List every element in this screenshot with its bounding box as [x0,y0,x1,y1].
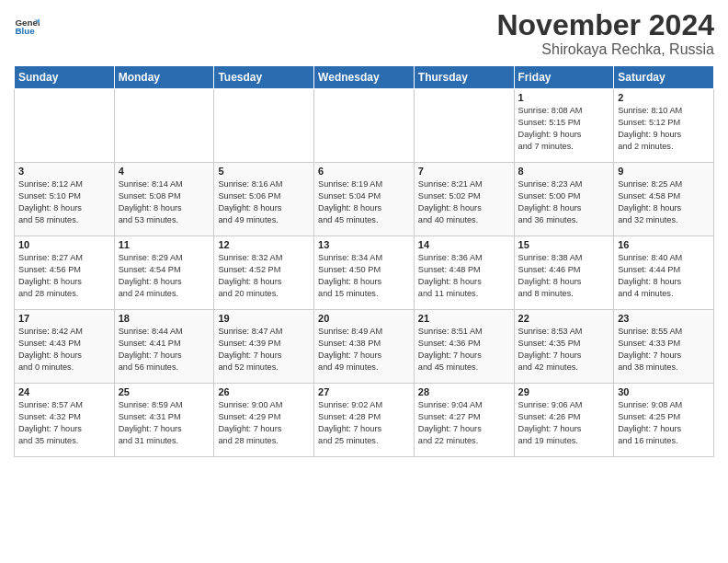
day-info: Sunrise: 8:47 AM Sunset: 4:39 PM Dayligh… [218,326,310,373]
day-number: 26 [218,386,310,397]
calendar-cell: 1Sunrise: 8:08 AM Sunset: 5:15 PM Daylig… [514,89,614,163]
calendar-cell: 20Sunrise: 8:49 AM Sunset: 4:38 PM Dayli… [314,310,415,384]
day-info: Sunrise: 9:06 AM Sunset: 4:26 PM Dayligh… [518,399,610,447]
day-number: 7 [418,166,510,177]
day-info: Sunrise: 9:02 AM Sunset: 4:28 PM Dayligh… [318,399,410,447]
day-number: 25 [119,386,210,397]
day-info: Sunrise: 8:36 AM Sunset: 4:48 PM Dayligh… [418,252,510,300]
day-number: 11 [119,239,210,250]
day-info: Sunrise: 9:04 AM Sunset: 4:27 PM Dayligh… [418,399,510,447]
day-number: 2 [618,92,710,103]
day-number: 5 [218,166,310,177]
day-number: 6 [318,166,410,177]
calendar-cell: 11Sunrise: 8:29 AM Sunset: 4:54 PM Dayli… [114,236,214,310]
day-info: Sunrise: 9:00 AM Sunset: 4:29 PM Dayligh… [218,399,310,447]
day-number: 17 [18,313,110,324]
calendar-cell: 2Sunrise: 8:10 AM Sunset: 5:12 PM Daylig… [614,89,714,163]
calendar-cell: 21Sunrise: 8:51 AM Sunset: 4:36 PM Dayli… [414,310,514,384]
calendar-body: 1Sunrise: 8:08 AM Sunset: 5:15 PM Daylig… [15,89,714,457]
day-number: 22 [518,313,610,324]
day-number: 21 [418,313,510,324]
day-number: 13 [318,239,410,250]
calendar-cell: 19Sunrise: 8:47 AM Sunset: 4:39 PM Dayli… [214,310,314,384]
page-title: November 2024 [496,9,714,41]
day-number: 3 [18,166,110,177]
day-number: 27 [318,386,410,397]
day-of-week-header: Friday [514,66,614,89]
day-number: 29 [518,386,610,397]
day-info: Sunrise: 8:53 AM Sunset: 4:35 PM Dayligh… [518,326,610,373]
day-number: 28 [418,386,510,397]
day-number: 14 [418,239,510,250]
day-info: Sunrise: 9:08 AM Sunset: 4:25 PM Dayligh… [618,399,710,447]
day-info: Sunrise: 8:51 AM Sunset: 4:36 PM Dayligh… [418,326,510,373]
calendar-cell [114,89,214,163]
day-of-week-header: Tuesday [214,66,314,89]
day-number: 30 [618,386,710,397]
calendar-week-row: 17Sunrise: 8:42 AM Sunset: 4:43 PM Dayli… [15,310,714,384]
calendar-cell: 15Sunrise: 8:38 AM Sunset: 4:46 PM Dayli… [514,236,614,310]
calendar-cell: 27Sunrise: 9:02 AM Sunset: 4:28 PM Dayli… [314,384,415,457]
calendar-header: SundayMondayTuesdayWednesdayThursdayFrid… [15,66,714,89]
calendar-week-row: 3Sunrise: 8:12 AM Sunset: 5:10 PM Daylig… [15,163,714,236]
day-number: 19 [218,313,310,324]
calendar-cell: 17Sunrise: 8:42 AM Sunset: 4:43 PM Dayli… [15,310,115,384]
page-subtitle: Shirokaya Rechka, Russia [496,41,714,58]
calendar-cell: 23Sunrise: 8:55 AM Sunset: 4:33 PM Dayli… [614,310,714,384]
day-number: 1 [518,92,610,103]
title-block: November 2024 Shirokaya Rechka, Russia [496,9,714,58]
day-number: 10 [18,239,110,250]
day-info: Sunrise: 8:34 AM Sunset: 4:50 PM Dayligh… [318,252,410,300]
day-info: Sunrise: 8:08 AM Sunset: 5:15 PM Dayligh… [518,105,610,153]
day-number: 24 [18,386,110,397]
day-number: 12 [218,239,310,250]
calendar-week-row: 10Sunrise: 8:27 AM Sunset: 4:56 PM Dayli… [15,236,714,310]
day-info: Sunrise: 8:10 AM Sunset: 5:12 PM Dayligh… [618,105,710,153]
calendar-cell [15,89,115,163]
calendar-cell: 28Sunrise: 9:04 AM Sunset: 4:27 PM Dayli… [414,384,514,457]
day-info: Sunrise: 8:49 AM Sunset: 4:38 PM Dayligh… [318,326,410,373]
calendar-cell: 12Sunrise: 8:32 AM Sunset: 4:52 PM Dayli… [214,236,314,310]
header-row: SundayMondayTuesdayWednesdayThursdayFrid… [15,66,714,89]
logo: General Blue [14,14,41,40]
calendar-table: SundayMondayTuesdayWednesdayThursdayFrid… [14,65,714,457]
calendar-cell: 7Sunrise: 8:21 AM Sunset: 5:02 PM Daylig… [414,163,514,236]
day-of-week-header: Monday [114,66,214,89]
day-number: 23 [618,313,710,324]
calendar-cell: 5Sunrise: 8:16 AM Sunset: 5:06 PM Daylig… [214,163,314,236]
day-info: Sunrise: 8:14 AM Sunset: 5:08 PM Dayligh… [119,178,210,226]
logo-icon: General Blue [14,14,40,40]
day-info: Sunrise: 8:16 AM Sunset: 5:06 PM Dayligh… [218,178,310,226]
day-number: 9 [618,166,710,177]
day-info: Sunrise: 8:21 AM Sunset: 5:02 PM Dayligh… [418,178,510,226]
day-info: Sunrise: 8:27 AM Sunset: 4:56 PM Dayligh… [18,252,110,300]
day-info: Sunrise: 8:12 AM Sunset: 5:10 PM Dayligh… [18,178,110,226]
page-container: General Blue November 2024 Shirokaya Rec… [0,0,728,462]
day-info: Sunrise: 8:40 AM Sunset: 4:44 PM Dayligh… [618,252,710,300]
calendar-cell [214,89,314,163]
day-number: 8 [518,166,610,177]
day-info: Sunrise: 8:42 AM Sunset: 4:43 PM Dayligh… [18,326,110,373]
calendar-cell: 30Sunrise: 9:08 AM Sunset: 4:25 PM Dayli… [614,384,714,457]
calendar-cell: 18Sunrise: 8:44 AM Sunset: 4:41 PM Dayli… [114,310,214,384]
calendar-cell: 25Sunrise: 8:59 AM Sunset: 4:31 PM Dayli… [114,384,214,457]
calendar-cell: 29Sunrise: 9:06 AM Sunset: 4:26 PM Dayli… [514,384,614,457]
calendar-cell: 13Sunrise: 8:34 AM Sunset: 4:50 PM Dayli… [314,236,415,310]
calendar-cell [314,89,415,163]
calendar-cell: 8Sunrise: 8:23 AM Sunset: 5:00 PM Daylig… [514,163,614,236]
calendar-cell: 3Sunrise: 8:12 AM Sunset: 5:10 PM Daylig… [15,163,115,236]
day-of-week-header: Saturday [614,66,714,89]
svg-text:Blue: Blue [15,26,35,36]
day-info: Sunrise: 8:23 AM Sunset: 5:00 PM Dayligh… [518,178,610,226]
day-of-week-header: Wednesday [314,66,415,89]
calendar-cell: 9Sunrise: 8:25 AM Sunset: 4:58 PM Daylig… [614,163,714,236]
day-number: 15 [518,239,610,250]
calendar-cell: 26Sunrise: 9:00 AM Sunset: 4:29 PM Dayli… [214,384,314,457]
calendar-cell: 10Sunrise: 8:27 AM Sunset: 4:56 PM Dayli… [15,236,115,310]
header: General Blue November 2024 Shirokaya Rec… [14,9,714,58]
day-info: Sunrise: 8:38 AM Sunset: 4:46 PM Dayligh… [518,252,610,300]
calendar-cell: 14Sunrise: 8:36 AM Sunset: 4:48 PM Dayli… [414,236,514,310]
calendar-week-row: 1Sunrise: 8:08 AM Sunset: 5:15 PM Daylig… [15,89,714,163]
day-info: Sunrise: 8:57 AM Sunset: 4:32 PM Dayligh… [18,399,110,447]
day-of-week-header: Sunday [15,66,115,89]
